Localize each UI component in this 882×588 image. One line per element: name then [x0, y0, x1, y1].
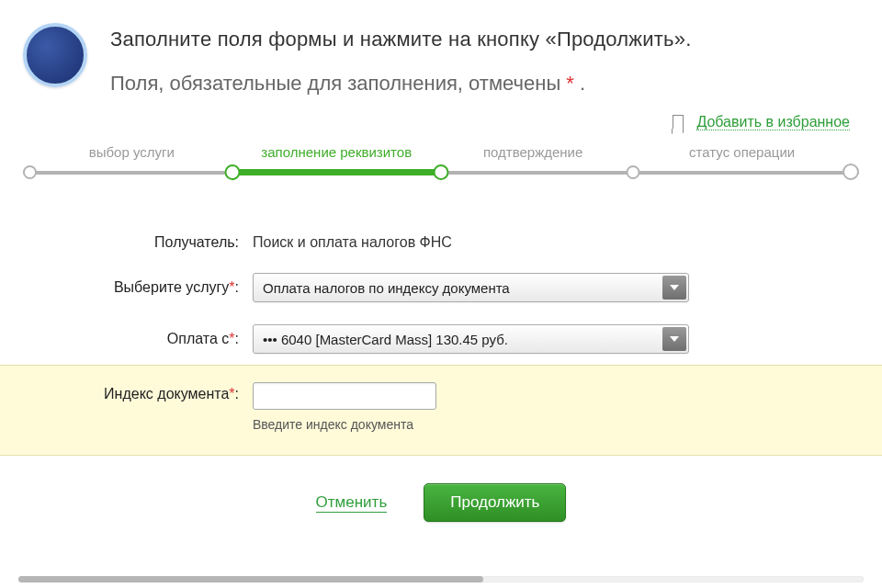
value-recipient: Поиск и оплата налогов ФНС: [253, 234, 854, 251]
page-title: Заполните поля формы и нажмите на кнопку…: [110, 28, 691, 51]
chevron-down-icon: [662, 327, 686, 351]
select-service[interactable]: Оплата налогов по индексу документа: [253, 273, 689, 302]
select-payfrom[interactable]: ••• 6040 [MasterCard Mass] 130.45 руб.: [253, 324, 689, 354]
docindex-input[interactable]: [253, 382, 436, 410]
titles: Заполните поля формы и нажмите на кнопку…: [110, 23, 691, 96]
step-node-2b: [434, 164, 449, 180]
page-subtitle: Поля, обязательные для заполнения, отмеч…: [110, 72, 691, 96]
continue-button[interactable]: Продолжить: [424, 483, 566, 522]
step-label-3: подтверждение: [483, 144, 582, 160]
fns-logo: [23, 23, 87, 87]
step-label-4: статус операции: [689, 144, 795, 160]
label-payfrom: Оплата с*:: [28, 331, 253, 347]
scrollbar-thumb[interactable]: [18, 576, 483, 582]
row-payfrom: Оплата с*: ••• 6040 [MasterCard Mass] 13…: [0, 313, 882, 365]
chevron-down-icon: [662, 276, 686, 300]
form: Получатель: Поиск и оплата налогов ФНС В…: [0, 223, 882, 540]
step-node-4: [842, 164, 859, 180]
docindex-hint: Введите индекс документа: [253, 417, 854, 432]
step-node-2a: [224, 164, 240, 180]
cancel-link[interactable]: Отменить: [316, 493, 388, 513]
row-service: Выберите услугу*: Оплата налогов по инде…: [0, 262, 882, 313]
select-service-value: Оплата налогов по индексу документа: [263, 280, 510, 296]
required-asterisk: *: [566, 72, 574, 95]
progress-fill: [232, 169, 442, 175]
step-label-2: заполнение реквизитов: [261, 144, 412, 160]
horizontal-scrollbar[interactable]: [18, 576, 864, 582]
favorites-row: Добавить в избранное: [0, 109, 882, 144]
label-docindex: Индекс документа*:: [28, 382, 253, 402]
row-docindex: Индекс документа*: Введите индекс докуме…: [0, 365, 882, 456]
bookmark-icon: [673, 115, 684, 129]
logo-wrap: [23, 23, 87, 87]
progress-bar: выбор услуги заполнение реквизитов подтв…: [23, 149, 859, 182]
step-node-1: [23, 165, 37, 179]
add-to-favorites-link[interactable]: Добавить в избранное: [696, 114, 850, 130]
row-recipient: Получатель: Поиск и оплата налогов ФНС: [0, 223, 882, 262]
actions: Отменить Продолжить: [0, 483, 882, 522]
header: Заполните поля формы и нажмите на кнопку…: [0, 0, 882, 109]
label-service: Выберите услугу*:: [28, 279, 253, 296]
select-payfrom-value: ••• 6040 [MasterCard Mass] 130.45 руб.: [263, 332, 508, 347]
label-recipient: Получатель:: [28, 234, 253, 251]
step-label-1: выбор услуги: [89, 144, 175, 160]
step-node-3: [627, 165, 640, 179]
